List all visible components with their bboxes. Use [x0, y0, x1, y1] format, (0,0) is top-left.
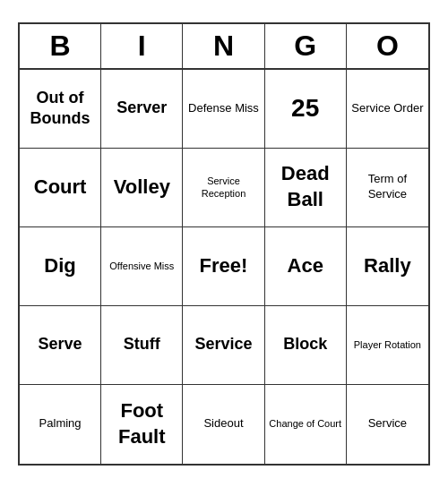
- header-letter-B: B: [20, 24, 101, 68]
- bingo-header: BINGO: [20, 24, 428, 70]
- bingo-cell-8: Dead Ball: [265, 149, 347, 227]
- header-letter-G: G: [265, 24, 347, 68]
- bingo-cell-15: Serve: [20, 306, 101, 385]
- bingo-cell-23: Change of Court: [265, 385, 347, 464]
- bingo-grid: Out of BoundsServerDefense Miss25Service…: [20, 70, 428, 464]
- bingo-cell-7: Service Reception: [183, 149, 264, 227]
- bingo-cell-0: Out of Bounds: [20, 70, 101, 149]
- bingo-cell-14: Rally: [347, 227, 428, 306]
- bingo-cell-17: Service: [183, 306, 264, 385]
- bingo-cell-9: Term of Service: [347, 149, 428, 227]
- bingo-cell-10: Dig: [20, 227, 101, 306]
- bingo-cell-22: Sideout: [183, 385, 264, 464]
- bingo-cell-13: Ace: [265, 227, 347, 306]
- bingo-card: BINGO Out of BoundsServerDefense Miss25S…: [18, 22, 430, 466]
- bingo-cell-6: Volley: [101, 149, 183, 227]
- bingo-cell-20: Palming: [20, 385, 101, 464]
- bingo-cell-12: Free!: [183, 227, 264, 306]
- bingo-cell-18: Block: [265, 306, 347, 385]
- bingo-cell-2: Defense Miss: [183, 70, 264, 149]
- bingo-cell-5: Court: [20, 149, 101, 227]
- bingo-cell-16: Stuff: [101, 306, 183, 385]
- bingo-cell-1: Server: [101, 70, 183, 149]
- bingo-cell-21: Foot Fault: [101, 385, 183, 464]
- header-letter-I: I: [101, 24, 183, 68]
- bingo-cell-24: Service: [347, 385, 428, 464]
- bingo-cell-3: 25: [265, 70, 347, 149]
- bingo-cell-4: Service Order: [347, 70, 428, 149]
- header-letter-N: N: [183, 24, 264, 68]
- bingo-cell-19: Player Rotation: [347, 306, 428, 385]
- header-letter-O: O: [347, 24, 428, 68]
- bingo-cell-11: Offensive Miss: [101, 227, 183, 306]
